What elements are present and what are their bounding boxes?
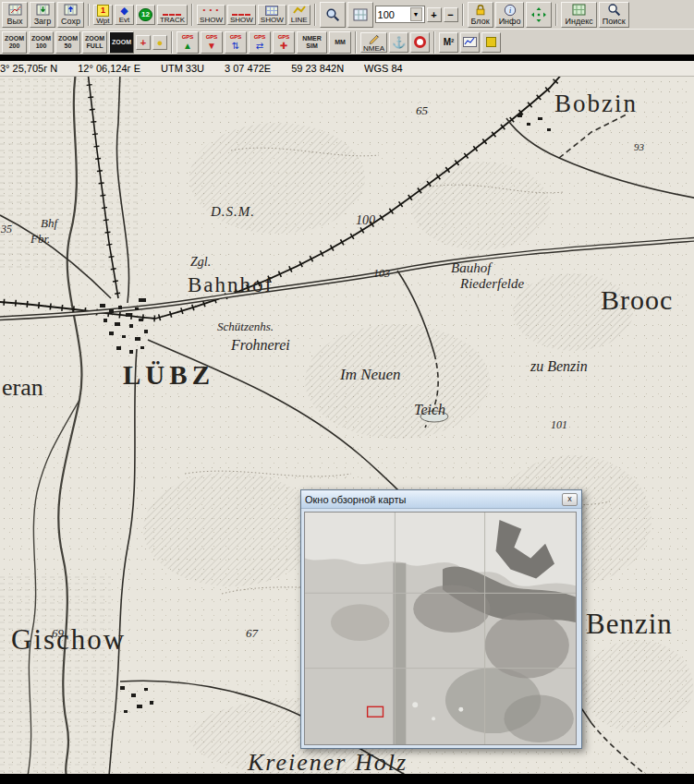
gps-add-button[interactable]: GPS ✚ (273, 31, 295, 54)
map-label: Zgl. (190, 255, 211, 270)
show-waypoints-button[interactable]: • • • SHOW (197, 5, 225, 25)
event-button[interactable]: ◆ Evt (115, 5, 134, 25)
map-save-icon (64, 4, 78, 17)
info-icon: i (504, 4, 517, 17)
map-pan-button[interactable] (347, 2, 373, 28)
zoom-value: 100 (36, 42, 47, 50)
zoom-level-value: 100 (378, 9, 410, 20)
track-button[interactable]: TRACK (157, 5, 188, 25)
latitude-value: 3° 25,705г N (0, 63, 57, 74)
close-icon[interactable]: x (562, 493, 578, 506)
gps-transfer-button[interactable]: GPS ⇄ (249, 31, 271, 54)
combo-dropdown-icon[interactable]: ▼ (410, 7, 422, 21)
toolbar-separator (433, 31, 435, 54)
map-label: Gischow (11, 623, 126, 657)
gps-download-button[interactable]: GPS ▼ (201, 31, 223, 54)
search-button[interactable]: Поиск (599, 2, 629, 28)
magnify-button[interactable] (320, 2, 346, 28)
bobzin-village-blocks (517, 114, 551, 131)
zoom-out-button[interactable]: − (444, 7, 458, 22)
add-point-button[interactable]: + (136, 35, 151, 50)
profile-chart-button[interactable] (460, 32, 480, 53)
zoom-value: FULL (87, 42, 103, 50)
overview-window-titlebar[interactable]: Окно обзорной карты x (301, 490, 581, 509)
anchor-icon: ⚓ (392, 36, 406, 49)
map-label: Kreiener Holz (248, 749, 408, 776)
zoom-50-button[interactable]: ZOOM 50 (55, 31, 80, 54)
map-label: Riederfelde (460, 276, 524, 292)
zoom-value: 50 (65, 42, 72, 50)
four-arrows-icon (531, 8, 546, 21)
event-count-button[interactable]: 12 (136, 5, 155, 25)
toolbar-separator (355, 31, 357, 54)
gps-up-arrow-icon: ▲ (183, 41, 192, 51)
flag-button[interactable] (481, 32, 501, 53)
pencil-tool-button[interactable]: NMEA (360, 32, 387, 53)
gps-updown-button[interactable]: GPS ⇅ (225, 31, 247, 54)
main-toolbar: Вых Загр Сохр 1 Wpt ◆ Evt 12 TRACK • • •… (0, 0, 694, 29)
index-label: Индекс (565, 17, 592, 26)
pan-arrows-button[interactable] (526, 2, 552, 28)
line-tool-button[interactable]: LINE (288, 5, 310, 25)
utm-easting-value: 3 07 472E (225, 63, 271, 74)
map-label: Brooc (601, 284, 673, 316)
nmea-sim-button[interactable]: NMER SIM (297, 31, 327, 54)
toolbar-separator (555, 4, 557, 26)
overview-minimap[interactable] (304, 512, 577, 745)
pencil-icon (368, 31, 381, 44)
map-label: 93 (634, 141, 644, 152)
nmea-label: NMEA (363, 44, 384, 53)
grid-icon (265, 6, 278, 16)
toolbar-separator (462, 4, 464, 26)
gps-word: GPS (278, 34, 290, 41)
map-viewport[interactable]: Bobzin6593D.S.M.100BhfFbr.35Zgl.Bahnhof1… (0, 77, 694, 776)
zoom-word: ZOOM (85, 35, 104, 42)
zoom-word: ZOOM (112, 39, 131, 46)
longitude-value: 12° 06,124г E (78, 63, 140, 74)
bottom-black-bar (0, 774, 694, 784)
utm-zone-value: UTM 33U (161, 63, 204, 74)
exit-button[interactable]: Вых (2, 2, 28, 28)
zoom-200-button[interactable]: ZOOM 200 (2, 31, 27, 54)
zoom-dark-button[interactable]: ZOOM (109, 31, 134, 54)
map-label: eran (2, 374, 43, 402)
gischow-village-blocks (120, 686, 153, 713)
zoom-level-combobox[interactable]: 100 ▼ (375, 6, 425, 23)
gps-upload-button[interactable]: GPS ▲ (177, 31, 199, 54)
marker-dot-button[interactable]: ● (152, 35, 167, 50)
map-label: LÜBZ (123, 360, 214, 391)
waypoint-label: Wpt (96, 17, 109, 25)
waypoint-button[interactable]: 1 Wpt (93, 5, 113, 25)
map-label: zu Benzin (530, 358, 588, 375)
show-grid-button[interactable]: SHOW (258, 5, 286, 25)
zoom-word: ZOOM (31, 35, 51, 42)
chart-icon (463, 36, 477, 49)
map-label: 100 (356, 213, 375, 228)
load-button[interactable]: Загр (30, 2, 55, 28)
save-button[interactable]: Сохр (57, 2, 84, 28)
search-icon (607, 4, 621, 17)
overview-window-body (301, 509, 581, 748)
toolbar-separator (88, 4, 90, 26)
show-tracks-button[interactable]: SHOW (227, 5, 256, 25)
map-label: Im Neuen (340, 366, 401, 384)
zoom-in-button[interactable]: + (427, 7, 442, 22)
moving-map-button[interactable]: MM (329, 31, 351, 54)
map-label: Bahnhof (188, 273, 274, 297)
flag-icon (486, 37, 496, 47)
map-label: Bobzin (554, 90, 638, 118)
save-label: Сохр (61, 17, 80, 26)
lock-button[interactable]: Блок (468, 2, 493, 28)
toolbar-divider (0, 54, 694, 61)
index-button[interactable]: Индекс (561, 2, 596, 28)
utm-northing-value: 59 23 842N (291, 63, 344, 74)
area-measure-button[interactable]: M² (439, 32, 458, 53)
gps-updown-arrow-icon: ⇅ (232, 41, 239, 51)
marsh-texture (0, 575, 111, 776)
anchor-button[interactable]: ⚓ (389, 32, 408, 53)
info-button[interactable]: i Инфо (495, 2, 525, 28)
lifebuoy-button[interactable] (410, 32, 430, 53)
zoom-full-button[interactable]: ZOOM FULL (82, 31, 107, 54)
track-label: TRACK (160, 16, 185, 24)
zoom-100-button[interactable]: ZOOM 100 (29, 31, 54, 54)
